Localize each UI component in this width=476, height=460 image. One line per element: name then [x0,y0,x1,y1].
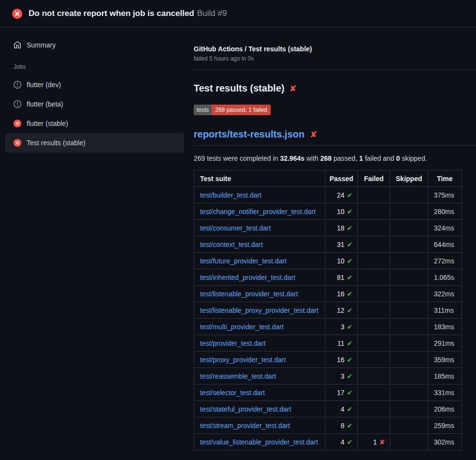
suite-link[interactable]: test/inherited_provider_test.dart [200,274,295,281]
check-icon: ✔ [347,307,353,314]
failed-cell [358,269,390,286]
suite-link[interactable]: test/listenable_proxy_provider_test.dart [200,307,318,314]
build-number: Build #9 [197,9,227,18]
passed-cell: 24✔ [325,187,358,203]
results-table-body: test/builder_test.dart 24✔ 375ms test/ch… [194,187,462,450]
alert-circle-icon [14,100,21,108]
time-cell: 331ms [428,384,462,401]
check-icon: ✔ [347,241,353,248]
time-cell: 324ms [428,220,462,236]
time-cell: 272ms [428,253,462,269]
table-row: test/inherited_provider_test.dart 81✔ 1.… [194,269,462,286]
check-icon: ✔ [347,438,353,446]
suite-link[interactable]: test/builder_test.dart [200,191,261,199]
failed-cell [358,335,390,352]
table-row: test/consumer_test.dart 18✔ 324ms [194,220,462,236]
skipped-cell [390,286,428,302]
suite-link[interactable]: test/value_listenable_provider_test.dart [200,438,318,446]
failed-cell [358,203,390,220]
failed-cell: 1✘ [358,434,390,450]
header-test-suite: Test suite [194,170,325,187]
time-cell: 644ms [428,236,462,253]
table-row: test/builder_test.dart 24✔ 375ms [194,187,462,203]
badge-value: 268 passed, 1 failed [212,105,270,115]
failed-cell [358,286,390,302]
passed-cell: 11✔ [325,335,358,352]
suite-link[interactable]: test/listenable_provider_test.dart [200,290,298,298]
time-cell: 259ms [428,417,462,434]
failed-cell [358,319,390,335]
skipped-cell [390,335,428,352]
time-cell: 206ms [428,401,462,417]
passed-cell: 16✔ [325,286,358,302]
sidebar-item-test-results-stable[interactable]: Test results (stable) [5,133,184,153]
suite-link[interactable]: test/multi_provider_test.dart [200,323,284,331]
suite-link[interactable]: test/change_notifier_provider_test.dart [200,208,316,215]
suite-link[interactable]: test/selector_test.dart [200,389,265,397]
results-table: Test suite Passed Failed Skipped Time te… [194,170,462,450]
skipped-cell [390,417,428,434]
table-header-row: Test suite Passed Failed Skipped Time [194,170,462,187]
skipped-cell [390,302,428,319]
table-row: test/value_listenable_provider_test.dart… [194,434,462,450]
check-icon: ✔ [347,356,353,364]
time-cell: 322ms [428,286,462,302]
summary-text: 269 tests were completed in 32.964s with… [194,154,476,162]
status-line: failed 5 hours ago in 0s [194,55,476,62]
time-cell: 359ms [428,352,462,368]
suite-link[interactable]: test/reassemble_test.dart [200,372,276,380]
failed-cell [358,384,390,401]
passed-cell: 12✔ [325,302,358,319]
skipped-cell [390,401,428,417]
sidebar-item-flutter-stable[interactable]: flutter (stable) [5,114,184,133]
passed-cell: 3✔ [325,319,358,335]
passed-cell: 18✔ [325,220,358,236]
passed-cell: 4✔ [325,434,358,450]
breadcrumb: GitHub Actions / Test results (stable) [194,45,476,53]
suite-link[interactable]: test/context_test.dart [200,241,263,248]
check-icon: ✔ [347,290,353,298]
table-row: test/listenable_proxy_provider_test.dart… [194,302,462,319]
check-icon: ✔ [347,339,353,347]
suite-link[interactable]: test/consumer_test.dart [200,224,271,232]
passed-cell: 10✔ [325,253,358,269]
header-passed: Passed [325,170,358,187]
sidebar-item-flutter-dev[interactable]: flutter (dev) [5,75,184,94]
time-cell: 302ms [428,434,462,450]
skipped-cell [390,352,428,368]
time-cell: 185ms [428,368,462,384]
skipped-cell [390,203,428,220]
passed-cell: 16✔ [325,352,358,368]
header-failed: Failed [358,170,390,187]
report-file-link[interactable]: reports/test-results.json [194,129,305,140]
sidebar: Summary Jobs flutter (dev) flutter (beta… [0,28,189,460]
jobs-section-label: Jobs [0,55,189,75]
header: Do not create report when job is cancell… [0,0,476,28]
suite-link[interactable]: test/stream_provider_test.dart [200,422,290,429]
passed-cell: 4✔ [325,401,358,417]
suite-link[interactable]: test/stateful_provider_test.dart [200,405,291,413]
x-circle-icon [12,9,22,19]
sidebar-job-label: flutter (dev) [27,81,61,89]
table-row: test/provider_test.dart 11✔ 291ms [194,335,462,352]
sidebar-item-flutter-beta[interactable]: flutter (beta) [5,94,184,114]
suite-link[interactable]: test/future_provider_test.dart [200,257,287,265]
suite-link[interactable]: test/proxy_provider_test.dart [200,356,286,364]
table-row: test/listenable_provider_test.dart 16✔ 3… [194,286,462,302]
table-row: test/proxy_provider_test.dart 16✔ 359ms [194,352,462,368]
failed-cell [358,302,390,319]
check-icon: ✔ [347,372,353,380]
skipped-cell [390,319,428,335]
suite-link[interactable]: test/provider_test.dart [200,339,265,347]
x-icon: ✘ [310,130,317,139]
sidebar-item-summary[interactable]: Summary [5,35,184,55]
time-cell: 291ms [428,335,462,352]
table-row: test/change_notifier_provider_test.dart … [194,203,462,220]
x-circle-icon [14,120,21,127]
table-row: test/selector_test.dart 17✔ 331ms [194,384,462,401]
header-time: Time [428,170,462,187]
passed-cell: 10✔ [325,203,358,220]
skipped-cell [390,384,428,401]
check-icon: ✔ [347,208,353,215]
divider [194,70,476,70]
